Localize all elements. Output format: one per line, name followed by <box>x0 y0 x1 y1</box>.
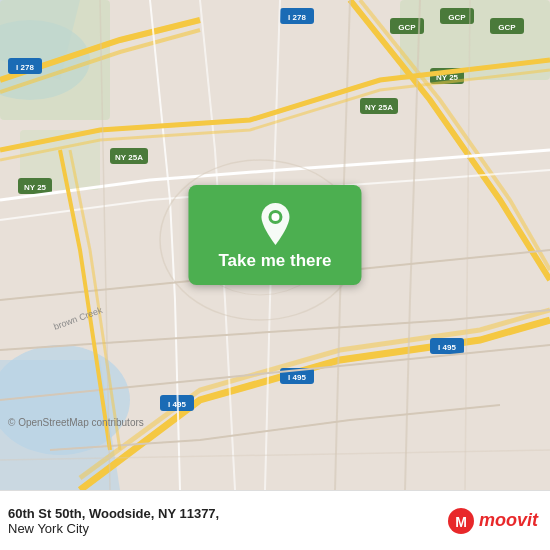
svg-text:I 278: I 278 <box>16 63 34 72</box>
take-me-there-overlay[interactable]: Take me there <box>188 185 361 285</box>
location-pin-icon <box>257 203 293 245</box>
svg-text:NY 25A: NY 25A <box>115 153 143 162</box>
svg-point-36 <box>271 213 279 221</box>
svg-text:I 495: I 495 <box>288 373 306 382</box>
bottom-bar: 60th St 50th, Woodside, NY 11377, New Yo… <box>0 490 550 550</box>
svg-text:GCP: GCP <box>448 13 466 22</box>
svg-text:I 278: I 278 <box>288 13 306 22</box>
svg-text:GCP: GCP <box>398 23 416 32</box>
svg-text:I 495: I 495 <box>438 343 456 352</box>
address-section: 60th St 50th, Woodside, NY 11377, New Yo… <box>8 506 219 536</box>
address-line: 60th St 50th, Woodside, NY 11377, <box>8 506 219 521</box>
svg-text:NY 25A: NY 25A <box>365 103 393 112</box>
svg-text:M: M <box>455 514 467 530</box>
map-attribution: © OpenStreetMap contributors <box>8 417 144 428</box>
svg-text:NY 25: NY 25 <box>24 183 47 192</box>
city-line: New York City <box>8 521 219 536</box>
moovit-logo: M moovit <box>447 507 538 535</box>
moovit-brand-icon: M <box>447 507 475 535</box>
map-view: I 278 NY 25 NY 25A GCP GCP GCP NY 25A NY… <box>0 0 550 490</box>
moovit-brand-name: moovit <box>479 510 538 531</box>
navigate-button[interactable]: Take me there <box>188 185 361 285</box>
svg-text:GCP: GCP <box>498 23 516 32</box>
take-me-there-label: Take me there <box>218 251 331 271</box>
